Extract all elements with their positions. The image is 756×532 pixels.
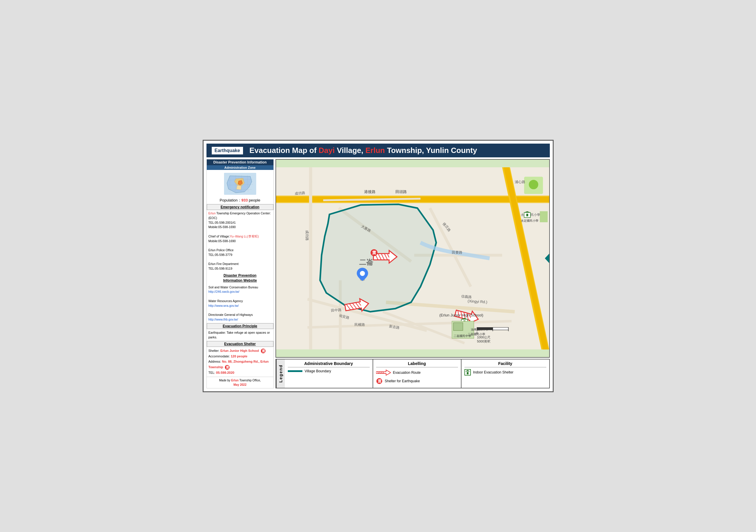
svg-rect-86 [477, 328, 493, 330]
svg-rect-74 [526, 214, 528, 216]
legend-facility: Facility Indoor Evacuation Shelter [462, 359, 549, 388]
svg-rect-21 [309, 167, 312, 350]
svg-text:二崙: 二崙 [359, 258, 373, 266]
svg-rect-87 [493, 328, 508, 330]
legend-labelling: Labelling Evacuation Route [373, 359, 462, 388]
svg-text:港後路: 港後路 [364, 190, 375, 194]
svg-rect-80 [453, 323, 463, 331]
svg-rect-33 [540, 211, 548, 222]
legend-village-boundary-label: Village Boundary [305, 369, 331, 373]
title-part2: Village, [337, 146, 365, 155]
svg-text:浦心路: 浦心路 [514, 180, 525, 184]
main-content: Disaster Prevention Information Administ… [206, 159, 550, 388]
legend-label: Legend [276, 359, 285, 388]
earthquake-shelter-icon: 震 [370, 249, 378, 256]
school-icon-1 [524, 211, 530, 217]
population-text: Population：933 people [207, 197, 273, 204]
shelter-info: Shelter: Erlun Junior High School 震 Acco… [207, 347, 273, 377]
legend-shelter-eq-item: 震 Shelter for Earthquake [376, 378, 458, 384]
accommodate-number: 120 people [231, 355, 247, 358]
population-label: Population： [220, 198, 241, 202]
svg-text:民權路: 民權路 [354, 323, 365, 327]
svg-text:田賽路: 田賽路 [452, 250, 462, 254]
disaster-info-website-title: Disaster PreventionInformation Website [207, 272, 273, 284]
legend-facility-header: Facility [464, 361, 546, 367]
population-suffix: people [248, 198, 260, 202]
legend-evac-route-label: Evacuation Route [393, 371, 421, 375]
website-links: Soil and Water Conservation Bureau http:… [207, 284, 273, 323]
contact-block: Erlun Township Emergency Operation Cente… [207, 210, 273, 272]
outer-container: Earthquake Evacuation Map of Dayi Villag… [203, 140, 554, 392]
legend-shelter-eq-label: Shelter for Earthquake [385, 379, 420, 383]
svg-text:信義路: 信義路 [461, 295, 472, 299]
shelter-icon-inline: 震 [225, 365, 230, 370]
shelter-name: Erlun Junior High School [220, 349, 259, 353]
svg-point-71 [360, 271, 365, 276]
legend-indoor-shelter-item: Indoor Evacuation Shelter [464, 369, 546, 376]
legend-evac-route-item: Evacuation Route [376, 369, 458, 376]
title-dayi: Dayi [319, 146, 335, 155]
svg-text:1000公尺: 1000公尺 [477, 335, 491, 339]
thb-link[interactable]: http://www.thb.gov.tw/ [208, 318, 238, 321]
evac-shelter-title: Evacuation Shelter [207, 341, 273, 347]
svg-text:震: 震 [261, 349, 265, 353]
title-erlun: Erlun [365, 146, 385, 155]
shelter-tel: 05-598-2020 [216, 371, 234, 374]
svg-text:0: 0 [476, 332, 478, 335]
page-title: Evacuation Map of Dayi Village, Erlun To… [250, 146, 477, 155]
made-by-org: Erlun [231, 379, 239, 382]
svg-text:(Erlun Junior High School): (Erlun Junior High School) [439, 313, 483, 317]
legend-bar: Legend Administrative Boundary Village B… [276, 359, 550, 388]
wra-link[interactable]: http://www.wra.gov.tw/ [208, 304, 239, 307]
title-part1: Evacuation Map of [250, 146, 319, 155]
shelter-eq-legend-icon: 震 [376, 378, 383, 384]
svg-marker-3 [236, 185, 242, 190]
svg-text:田頭路: 田頭路 [395, 190, 407, 194]
legend-admin-boundary: Administrative Boundary Village Boundary [285, 359, 373, 388]
sidebar: Disaster Prevention Information Administ… [206, 159, 274, 388]
indoor-shelter-legend-icon [464, 369, 471, 376]
legend-indoor-shelter-label: Indoor Evacuation Shelter [473, 370, 514, 374]
evac-route-icon [376, 369, 391, 376]
map-svg: 成功路 港後路 田頭路 成功路 大賽路 後庄路 田賽路 (Xingyi Rd.)… [276, 160, 549, 357]
right-area: 成功路 港後路 田頭路 成功路 大賽路 後庄路 田賽路 (Xingyi Rd.)… [276, 159, 550, 388]
evac-principle-title: Evacuation Principle [207, 323, 273, 329]
made-by: Made by Erlun Township Office, May 2022 [207, 377, 273, 388]
svg-text:震: 震 [372, 251, 376, 255]
legend-village-boundary-item: Village Boundary [288, 369, 370, 373]
contact-eoc-org: Erlun [208, 211, 216, 215]
emergency-notification-title: Emergency notification [207, 204, 273, 210]
svg-point-32 [529, 180, 538, 189]
disaster-type-tag: Earthquake [211, 146, 244, 155]
chief-name: Yu–Wang Li,(李宥旺) [230, 234, 259, 238]
village-boundary-line [288, 370, 302, 372]
svg-text:震: 震 [377, 379, 381, 384]
header: Earthquake Evacuation Map of Dayi Villag… [206, 144, 550, 157]
title-part3: Township, Yunlin County [387, 146, 477, 155]
swcb-link[interactable]: http://246.swcb.gov.tw/ [208, 290, 239, 293]
made-by-date: May 2022 [233, 383, 246, 386]
svg-text:永定國民小學: 永定國民小學 [521, 219, 538, 222]
evac-principle-text: Earthquake: Take refuge at open spaces o… [207, 329, 273, 341]
svg-text:成功路: 成功路 [305, 230, 309, 241]
svg-text:5000英呎: 5000英呎 [477, 339, 491, 343]
admin-zone-map [224, 173, 256, 195]
svg-text:震: 震 [226, 366, 229, 369]
svg-rect-105 [467, 372, 469, 374]
shelter-earthquake-icon: 震 [260, 348, 266, 354]
legend-admin-boundary-header: Administrative Boundary [288, 361, 370, 367]
admin-zone-title: Administration Zone [207, 165, 273, 170]
shelter-address: No. 88, Zhongzheng Rd., Erlun Township [208, 360, 269, 369]
population-number: 933 [242, 198, 248, 202]
disaster-prevention-title: Disaster Prevention Information [207, 159, 273, 165]
legend-labelling-header: Labelling [376, 361, 458, 367]
map-container: 成功路 港後路 田頭路 成功路 大賽路 後庄路 田賽路 (Xingyi Rd.)… [276, 159, 550, 358]
